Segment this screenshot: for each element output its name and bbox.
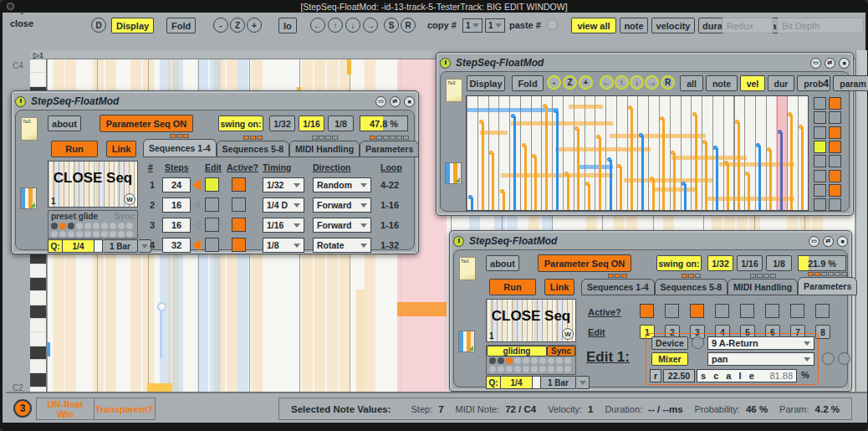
step-stem[interactable] <box>738 122 740 210</box>
arrow-down-icon[interactable]: ↓ <box>345 18 360 33</box>
active-square[interactable] <box>640 304 654 318</box>
preset-dot[interactable] <box>68 223 74 229</box>
arrow-left-icon[interactable]: ← <box>600 75 614 90</box>
about-button[interactable]: about <box>486 255 519 271</box>
step-head[interactable] <box>489 151 493 155</box>
arrow-right-icon[interactable]: → <box>645 75 659 90</box>
step-stem[interactable] <box>758 146 761 210</box>
w-button[interactable]: W <box>562 328 574 340</box>
about-button[interactable]: about <box>48 115 81 131</box>
tab-button[interactable]: Sequences 5-8 <box>655 279 728 295</box>
close-button[interactable]: ˆ close <box>8 13 36 28</box>
steps-drag-arrow[interactable] <box>192 219 201 231</box>
sticky-note-icon[interactable]: Ta3 <box>21 117 38 141</box>
sticky-note-icon[interactable]: Ta3 <box>459 257 476 280</box>
preset-dot[interactable] <box>523 357 529 364</box>
scale-slider[interactable]: s c a l e 81.88 <box>697 369 797 382</box>
step-stem[interactable] <box>471 198 473 210</box>
preset-dot[interactable] <box>498 366 504 372</box>
zoom-+-button[interactable]: + <box>579 75 593 90</box>
preset-dot[interactable] <box>59 231 66 238</box>
piano-key-white[interactable] <box>30 59 46 73</box>
view-vel[interactable]: vel <box>740 75 765 91</box>
range-min[interactable]: 22.50 <box>663 369 695 382</box>
piano-key-white[interactable] <box>30 319 46 332</box>
piano-key-black[interactable] <box>30 305 46 319</box>
preset-dot[interactable] <box>514 366 521 372</box>
range-knob-1[interactable] <box>822 352 835 365</box>
step-stem[interactable] <box>503 192 505 210</box>
floating-window-display[interactable]: StepSeq-FloatMod ▭⇄■ Ta3 Display Fold -Z… <box>436 52 854 216</box>
power-icon[interactable] <box>15 96 26 107</box>
range-max[interactable]: 81.88 <box>769 371 793 381</box>
step-head[interactable] <box>671 151 675 155</box>
copy-to-select[interactable]: 1 <box>485 18 505 33</box>
mac-window-button[interactable] <box>7 3 14 10</box>
r-button[interactable]: r <box>650 369 661 382</box>
tab-button[interactable]: Parameters <box>798 277 857 295</box>
fold-button[interactable]: Fold <box>512 75 544 91</box>
step-stem[interactable] <box>769 150 772 210</box>
steps-value[interactable]: 32 <box>162 238 191 253</box>
active-square[interactable] <box>765 304 779 318</box>
zoom-out-button[interactable]: - <box>213 18 228 33</box>
direction-select[interactable]: Random <box>313 177 371 192</box>
seq-toggle-square[interactable] <box>814 97 826 110</box>
step-head[interactable] <box>639 133 643 137</box>
step-stem[interactable] <box>513 116 516 210</box>
win3-title-bar[interactable]: StepSeq-FloatMod ▭⇄■ <box>453 233 848 249</box>
step-stem[interactable] <box>588 184 590 210</box>
tab-parameters[interactable]: Parameters <box>360 136 419 157</box>
swing-toggle[interactable]: swing on: <box>656 255 702 271</box>
seq-toggle-square[interactable] <box>814 170 826 182</box>
seq-toggle-square[interactable] <box>829 97 841 110</box>
piano-key-white[interactable] <box>30 291 46 305</box>
win1-title-bar[interactable]: StepSeq-FloatMod ▭⇄■ <box>15 94 415 109</box>
copy-from-select[interactable]: 1 <box>462 18 483 33</box>
timing-select[interactable]: 1/16 <box>263 218 304 233</box>
steps-drag-arrow[interactable] <box>192 199 201 211</box>
active-toggle[interactable] <box>232 177 246 192</box>
preset-dot[interactable] <box>498 357 504 364</box>
step-head[interactable] <box>617 164 621 168</box>
device-knob[interactable] <box>692 336 704 349</box>
swing-amount-slider[interactable]: 21.9 % <box>798 255 846 271</box>
preset-dot[interactable] <box>126 223 133 229</box>
rate-1-16[interactable]: 1/16 <box>737 255 763 271</box>
sync-label[interactable]: Sync <box>115 212 135 221</box>
r-button[interactable]: R <box>401 18 416 33</box>
step-stem[interactable] <box>641 136 644 210</box>
step-stem[interactable] <box>577 129 580 210</box>
seq-toggle-square[interactable] <box>829 126 841 139</box>
vertical-scrollbar[interactable] <box>855 50 867 404</box>
step-head[interactable] <box>479 120 483 124</box>
piano-key-white[interactable] <box>30 360 46 373</box>
filter-note[interactable]: note <box>620 18 648 33</box>
step-stem[interactable] <box>482 122 484 210</box>
display-button[interactable]: Display <box>467 75 505 91</box>
step-head[interactable] <box>745 172 749 176</box>
preset-dot[interactable] <box>51 231 58 238</box>
save-icon[interactable]: ■ <box>839 58 850 69</box>
run-button[interactable]: Run <box>51 141 98 157</box>
step-stem[interactable] <box>620 167 622 210</box>
step-stem[interactable] <box>524 146 527 210</box>
display-button[interactable]: Display <box>111 18 154 33</box>
preset-dot[interactable] <box>110 223 116 229</box>
step-head[interactable] <box>660 116 664 121</box>
steps-value[interactable]: 16 <box>162 218 191 233</box>
seq-toggle-square[interactable] <box>814 126 826 139</box>
swing-amount-slider[interactable]: 47.8 % <box>360 115 408 131</box>
active-square[interactable] <box>790 304 804 318</box>
glide-label[interactable]: preset glide <box>51 212 98 221</box>
rate-1-32[interactable]: 1/32 <box>707 255 733 271</box>
float-icon[interactable]: ▭ <box>810 58 821 69</box>
tab-button[interactable]: Sequences 1-4 <box>143 139 217 157</box>
zoom---button[interactable]: - <box>547 75 561 90</box>
float-icon[interactable]: ▭ <box>809 236 819 247</box>
seq-toggle-square[interactable] <box>814 198 826 211</box>
zoom-Z-button[interactable]: Z <box>563 75 577 90</box>
steps-value[interactable]: 16 <box>162 198 191 213</box>
piano-key-white[interactable] <box>30 264 46 278</box>
step-head[interactable] <box>468 195 472 199</box>
